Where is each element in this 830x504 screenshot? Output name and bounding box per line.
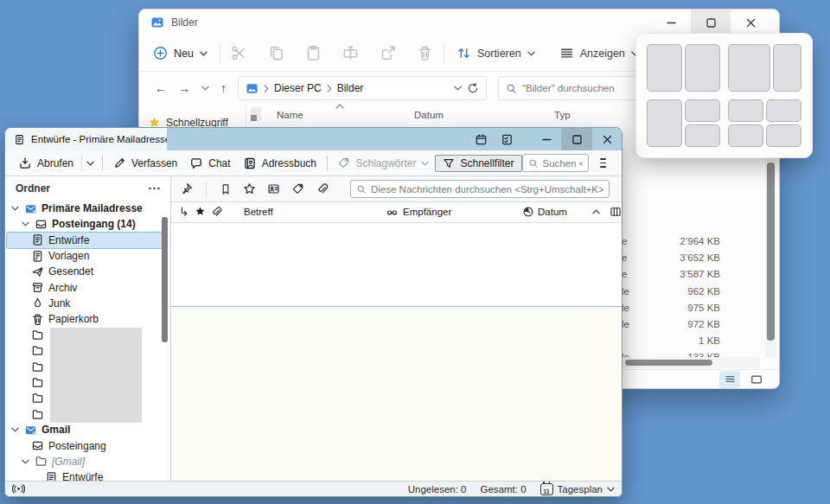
folder-row-unnamed[interactable] [5, 327, 170, 342]
breadcrumb-folder[interactable]: Bilder [337, 82, 364, 94]
snap-zone[interactable] [647, 99, 682, 147]
write-button[interactable]: Verfassen [107, 154, 183, 172]
snap-layout-left-plus-stack[interactable] [647, 99, 720, 147]
details-view-button[interactable] [719, 371, 740, 388]
snap-zone[interactable] [773, 44, 801, 92]
select-column-header[interactable] [251, 107, 261, 121]
thread-column-icon[interactable] [178, 206, 190, 218]
file-row[interactable]: le972 KB [622, 319, 720, 332]
today-pane-toggle[interactable]: 11 Tagesplan [540, 483, 615, 495]
sticky-pin-icon[interactable] [180, 182, 193, 195]
copy-icon[interactable] [268, 45, 284, 61]
snap-layout-quad[interactable] [728, 99, 801, 147]
snap-zone[interactable] [685, 99, 720, 122]
folder-row-gmail-drafts[interactable]: Entwürfe [5, 469, 170, 481]
calendar-tab-button[interactable] [468, 133, 494, 146]
rename-icon[interactable] [342, 45, 359, 61]
column-picker-icon[interactable] [610, 206, 622, 218]
back-button[interactable]: ← [155, 81, 167, 95]
folder-row-sent[interactable]: Gesendet [5, 264, 170, 279]
folder-row-inbox[interactable]: Posteingang (14) [5, 216, 170, 232]
get-messages-button[interactable]: Abrufen [12, 154, 80, 173]
snap-zone[interactable] [647, 44, 682, 92]
horizontal-scrollbar-thumb[interactable] [625, 360, 712, 366]
address-book-button[interactable]: Adressbuch [237, 154, 322, 173]
folder-pane-scrollbar-thumb[interactable] [162, 217, 168, 342]
mail-tab[interactable]: Entwürfe - Primäre Mailadresse [5, 128, 167, 150]
folder-pane-options-button[interactable] [149, 188, 160, 190]
file-row[interactable]: e3’587 KB [622, 269, 720, 282]
starred-filter-icon[interactable] [243, 182, 256, 195]
file-row[interactable]: e2’964 KB [622, 236, 720, 249]
file-row[interactable]: le975 KB [622, 303, 720, 316]
address-dropdown-chevron-icon[interactable] [454, 86, 462, 91]
get-messages-dropdown-chevron-icon[interactable] [86, 161, 94, 166]
up-button[interactable]: ↑ [220, 81, 227, 95]
folder-row-gmail-account[interactable]: Gmail [5, 422, 170, 437]
app-menu-button[interactable] [600, 158, 606, 168]
unread-bookmark-icon[interactable] [220, 183, 232, 195]
folder-row-archive[interactable]: Archiv [5, 279, 170, 295]
share-icon[interactable] [380, 45, 396, 61]
folder-row-gmail-group[interactable]: [Gmail] [5, 454, 170, 469]
tb-maximize-button[interactable] [561, 128, 592, 150]
folder-row-drafts-selected[interactable]: Entwürfe [7, 233, 164, 248]
delete-icon[interactable] [417, 45, 433, 61]
snap-layout-wide-left[interactable] [728, 44, 801, 92]
column-header-type[interactable]: Typ [554, 110, 571, 120]
new-button[interactable]: Neu [153, 46, 208, 61]
snap-zone[interactable] [685, 124, 720, 147]
quick-filter-toggle-button[interactable]: Schnellfilter [435, 155, 521, 172]
column-header-date[interactable]: Datum [538, 207, 567, 217]
address-box[interactable]: Dieser PC Bilder [238, 76, 487, 100]
quick-filter-search-box[interactable] [350, 180, 610, 198]
sort-descending-chevron-icon[interactable] [592, 209, 600, 214]
snap-zone[interactable] [728, 99, 763, 122]
chat-button[interactable]: Chat [183, 154, 236, 173]
contact-filter-icon[interactable] [267, 182, 280, 195]
thread-list-empty[interactable] [171, 223, 622, 306]
explorer-close-button[interactable] [731, 10, 770, 35]
folder-row-account[interactable]: Primäre Mailadresse [5, 201, 170, 216]
refresh-icon[interactable] [467, 82, 479, 94]
tag-filter-icon[interactable] [291, 182, 304, 195]
explorer-maximize-button[interactable] [691, 10, 731, 35]
snap-zone[interactable] [685, 44, 720, 92]
folder-row-unnamed[interactable] [5, 374, 170, 390]
folder-row-junk[interactable]: Junk [5, 296, 170, 311]
column-header-subject[interactable]: Betreff [244, 207, 273, 217]
forward-button[interactable]: → [178, 81, 190, 95]
column-header-name[interactable]: Name [277, 110, 303, 120]
tags-button[interactable]: Schlagwörter [331, 154, 435, 172]
paste-icon[interactable] [305, 45, 322, 61]
view-button[interactable]: Anzeigen [559, 46, 639, 61]
folder-row-unnamed[interactable] [5, 391, 170, 406]
column-header-date[interactable]: Datum [414, 110, 444, 120]
folder-row-unnamed[interactable] [5, 406, 170, 422]
snap-zone[interactable] [766, 99, 801, 122]
tb-close-button[interactable] [592, 128, 622, 150]
file-row[interactable]: le962 KB [622, 286, 720, 299]
broadcast-icon[interactable] [12, 482, 25, 495]
thumbnail-view-button[interactable] [746, 371, 767, 388]
tb-minimize-button[interactable] [532, 128, 561, 150]
column-header-correspondents[interactable]: Empfänger [403, 207, 451, 217]
quick-filter-search-input[interactable] [371, 184, 603, 195]
attachment-column-icon[interactable] [210, 206, 222, 218]
file-row[interactable]: 1 KB [622, 335, 720, 348]
file-row[interactable]: e3’652 KB [622, 252, 720, 265]
snap-layout-two-columns[interactable] [647, 44, 720, 92]
folder-row-gmail-inbox[interactable]: Posteingang [5, 437, 170, 453]
global-search-input[interactable] [543, 158, 584, 169]
tasks-tab-button[interactable] [494, 133, 520, 146]
folder-row-unnamed[interactable] [5, 359, 170, 374]
folder-row-trash[interactable]: Papierkorb [5, 311, 170, 327]
explorer-minimize-button[interactable] [651, 10, 691, 35]
vertical-scrollbar-thumb[interactable] [767, 163, 775, 341]
sort-button[interactable]: Sortieren [456, 46, 535, 61]
star-column-icon[interactable] [195, 206, 206, 217]
attachment-filter-icon[interactable] [316, 182, 329, 195]
folder-row-templates[interactable]: Vorlagen [5, 248, 170, 264]
snap-zone[interactable] [728, 124, 763, 147]
folder-row-unnamed[interactable] [5, 343, 170, 359]
